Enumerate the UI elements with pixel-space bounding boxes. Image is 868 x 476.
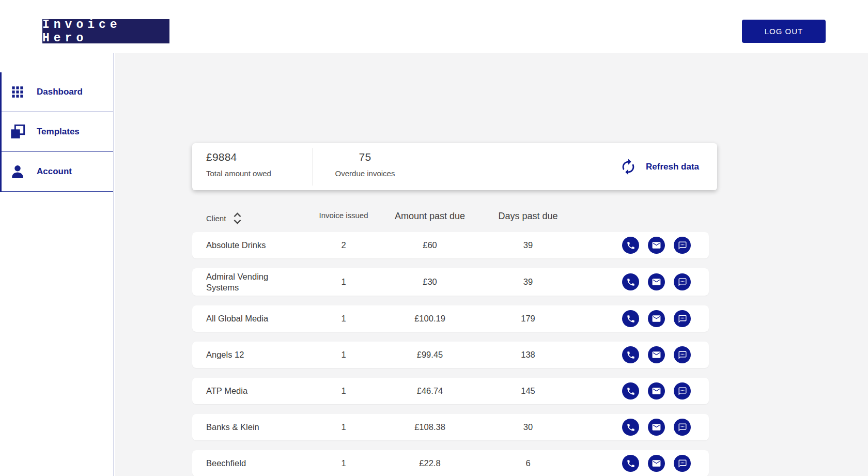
days-past-due: 30 — [473, 422, 583, 432]
days-past-due: 6 — [473, 458, 583, 468]
call-client-button[interactable] — [622, 419, 639, 436]
sms-icon — [678, 278, 687, 287]
email-icon — [652, 458, 661, 468]
phone-icon — [626, 350, 636, 360]
refresh-data-label: Refresh data — [646, 162, 699, 172]
table-row: Banks & Klein 1 £108.38 30 — [192, 414, 709, 440]
refresh-icon — [619, 158, 637, 176]
amount-past-due: £30 — [386, 277, 473, 287]
days-past-due: 179 — [473, 314, 583, 324]
client-name: Banks & Klein — [192, 422, 301, 433]
phone-icon — [626, 423, 636, 432]
invoice-count: 1 — [301, 458, 386, 468]
email-client-button[interactable] — [648, 273, 665, 290]
amount-past-due: £22.8 — [386, 458, 473, 468]
stat-value: £9884 — [206, 151, 313, 163]
email-client-button[interactable] — [648, 419, 665, 436]
column-header-days-past-due: Days past due — [473, 211, 583, 222]
email-client-button[interactable] — [648, 310, 665, 327]
phone-icon — [626, 314, 636, 324]
top-bar: Invoice Hero LOG OUT — [0, 0, 868, 53]
sidebar-item-label: Account — [37, 166, 72, 177]
client-table: Client Invoice issued Amount past due Da… — [192, 211, 709, 476]
summary-card: £9884 Total amount owed 75 Overdue invoi… — [192, 143, 717, 190]
email-icon — [652, 422, 661, 432]
sms-client-button[interactable] — [674, 346, 691, 363]
client-name: Beechfield — [192, 458, 301, 469]
phone-icon — [626, 387, 636, 396]
sidebar: Dashboard Templates Account — [0, 53, 114, 476]
invoice-count: 1 — [301, 350, 386, 360]
call-client-button[interactable] — [622, 310, 639, 327]
app-logo: Invoice Hero — [42, 19, 169, 43]
logout-button[interactable]: LOG OUT — [742, 20, 826, 43]
call-client-button[interactable] — [622, 455, 639, 472]
amount-past-due: £100.19 — [386, 314, 473, 324]
email-client-button[interactable] — [648, 382, 665, 400]
sms-icon — [678, 314, 687, 324]
stat-label: Total amount owed — [206, 169, 313, 178]
email-icon — [652, 240, 661, 250]
sidebar-item-label: Dashboard — [37, 87, 83, 97]
column-header-invoice-issued: Invoice issued — [301, 211, 386, 220]
table-header: Client Invoice issued Amount past due Da… — [192, 211, 709, 232]
refresh-data-button[interactable]: Refresh data — [619, 143, 717, 190]
sms-icon — [678, 387, 687, 396]
sms-client-button[interactable] — [674, 273, 691, 290]
invoice-count: 1 — [301, 422, 386, 432]
invoice-count: 1 — [301, 314, 386, 324]
amount-past-due: £60 — [386, 240, 473, 250]
call-client-button[interactable] — [622, 382, 639, 400]
client-name: Absolute Drinks — [192, 240, 301, 251]
email-client-button[interactable] — [648, 237, 665, 254]
sms-icon — [678, 350, 687, 360]
sms-icon — [678, 423, 687, 432]
days-past-due: 39 — [473, 240, 583, 250]
invoice-count: 1 — [301, 386, 386, 396]
call-client-button[interactable] — [622, 237, 639, 254]
person-icon — [9, 163, 26, 180]
stat-overdue-invoices: 75 Overdue invoices — [313, 143, 417, 190]
days-past-due: 138 — [473, 350, 583, 360]
sidebar-nav: Dashboard Templates Account — [0, 72, 113, 192]
sms-icon — [678, 241, 687, 250]
stat-value: 75 — [313, 151, 417, 163]
column-header-client: Client — [192, 211, 301, 226]
phone-icon — [626, 241, 636, 250]
client-name: All Global Media — [192, 313, 301, 324]
table-row: Beechfield 1 £22.8 6 — [192, 450, 709, 476]
email-client-button[interactable] — [648, 455, 665, 472]
amount-past-due: £99.45 — [386, 350, 473, 360]
stat-total-owed: £9884 Total amount owed — [192, 143, 313, 190]
client-name: Angels 12 — [192, 349, 301, 360]
phone-icon — [626, 278, 636, 287]
sidebar-item-templates[interactable]: Templates — [2, 112, 113, 152]
email-client-button[interactable] — [648, 346, 665, 363]
sort-client-button[interactable] — [233, 211, 242, 226]
main-content: £9884 Total amount owed 75 Overdue invoi… — [115, 53, 868, 476]
table-row: Admiral Vending Systems 1 £30 39 — [192, 268, 709, 296]
sms-client-button[interactable] — [674, 382, 691, 400]
sort-chevrons-icon — [233, 211, 242, 226]
sidebar-item-dashboard[interactable]: Dashboard — [2, 72, 113, 112]
email-icon — [652, 350, 661, 360]
column-header-amount-past-due: Amount past due — [386, 211, 473, 222]
sms-client-button[interactable] — [674, 310, 691, 327]
call-client-button[interactable] — [622, 346, 639, 363]
invoice-count: 2 — [301, 240, 386, 250]
copy-icon — [9, 123, 26, 141]
grid-icon — [9, 83, 26, 101]
client-name: ATP Media — [192, 386, 301, 396]
invoice-count: 1 — [301, 277, 386, 287]
sms-client-button[interactable] — [674, 419, 691, 436]
call-client-button[interactable] — [622, 273, 639, 290]
sms-client-button[interactable] — [674, 455, 691, 472]
sidebar-item-account[interactable]: Account — [2, 152, 113, 192]
table-row: ATP Media 1 £46.74 145 — [192, 378, 709, 404]
table-row: All Global Media 1 £100.19 179 — [192, 305, 709, 332]
client-name: Admiral Vending Systems — [192, 271, 301, 293]
stat-label: Overdue invoices — [313, 169, 417, 178]
email-icon — [652, 277, 661, 287]
days-past-due: 145 — [473, 386, 583, 396]
sms-client-button[interactable] — [674, 237, 691, 254]
